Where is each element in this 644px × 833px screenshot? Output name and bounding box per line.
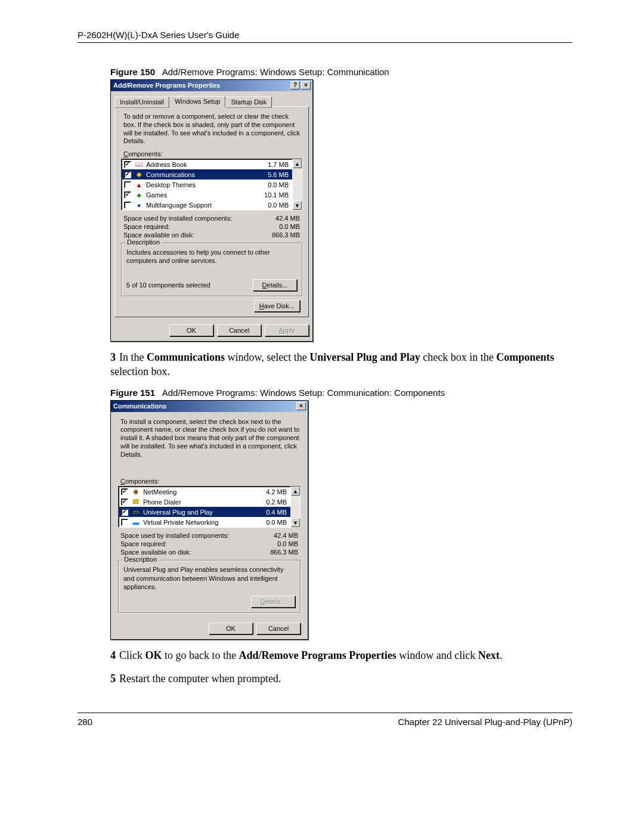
component-icon: ▲ xyxy=(134,181,144,189)
tab-install-uninstall[interactable]: Install/Uninstall xyxy=(114,97,169,108)
list-item[interactable]: ▲Desktop Themes0.0 MB xyxy=(122,179,292,190)
checkbox[interactable] xyxy=(124,161,131,168)
list-item[interactable]: ●Multilanguage Support0.0 MB xyxy=(122,200,292,210)
cancel-button[interactable]: Cancel xyxy=(256,623,301,634)
components-listbox[interactable]: ◉NetMeeting4.2 MB☎Phone Dialer0.2 MB▭Uni… xyxy=(118,486,291,528)
component-icon: ◉ xyxy=(131,488,141,496)
checkbox[interactable] xyxy=(124,171,131,178)
close-button[interactable]: × xyxy=(296,402,306,410)
list-item[interactable]: ▭Universal Plug and Play0.4 MB xyxy=(119,507,290,517)
dialog2-button-row: OK Cancel xyxy=(111,619,308,639)
component-icon: ◆ xyxy=(134,171,144,179)
ok-button[interactable]: OK xyxy=(209,623,253,634)
stat-used-label: Space used by installed components: xyxy=(120,532,229,539)
component-name: NetMeeting xyxy=(143,488,254,496)
figure-151-label: Figure 151 xyxy=(110,388,155,398)
component-size: 10.1 MB xyxy=(256,191,289,199)
tab-windows-setup[interactable]: Windows Setup xyxy=(169,96,225,107)
page-footer: 280 Chapter 22 Universal Plug-and-Play (… xyxy=(78,713,572,727)
description-groupbox: Description Universal Plug and Play enab… xyxy=(118,560,301,613)
description-text: Universal Plug and Play enables seamless… xyxy=(123,565,295,591)
scroll-up-icon[interactable]: ▲ xyxy=(291,487,300,496)
stat-used-value: 42.4 MB xyxy=(274,532,298,539)
stat-available-label: Space available on disk: xyxy=(120,549,191,556)
step-4: 4Click OK to go back to the Add/Remove P… xyxy=(110,648,572,662)
figure-150-caption: Figure 150 Add/Remove Programs: Windows … xyxy=(110,67,572,77)
component-size: 5.6 MB xyxy=(256,171,289,178)
scroll-track[interactable] xyxy=(291,496,300,518)
checkbox[interactable] xyxy=(121,509,128,516)
component-size: 0.0 MB xyxy=(256,181,289,188)
apply-button: Apply xyxy=(265,324,309,336)
help-button[interactable]: ? xyxy=(290,81,300,89)
component-size: 0.0 MB xyxy=(254,519,287,526)
stat-available-value: 866.3 MB xyxy=(272,231,300,239)
checkbox[interactable] xyxy=(124,202,131,209)
add-remove-programs-dialog: Add/Remove Programs Properties ? × Insta… xyxy=(110,79,313,342)
checkbox[interactable] xyxy=(121,488,128,496)
list-item[interactable]: ▬Virtual Private Networking0.0 MB xyxy=(119,517,290,527)
components-label: Components: xyxy=(123,150,302,157)
stat-used-label: Space used by installed components: xyxy=(123,215,232,222)
description-text: Includes accessories to help you connect… xyxy=(126,248,297,274)
component-name: Virtual Private Networking xyxy=(143,519,254,526)
listbox-scrollbar[interactable]: ▲ ▼ xyxy=(293,159,302,210)
component-icon: 📖 xyxy=(134,160,144,169)
dialog1-title: Add/Remove Programs Properties xyxy=(113,82,289,89)
components-listbox-wrap: 📖Address Book1.7 MB◆Communications5.6 MB… xyxy=(121,159,302,210)
components-listbox-wrap: ◉NetMeeting4.2 MB☎Phone Dialer0.2 MB▭Uni… xyxy=(118,486,301,528)
tab-startup-disk[interactable]: Startup Disk xyxy=(225,97,272,108)
scroll-down-icon[interactable]: ▼ xyxy=(293,201,302,210)
components-listbox[interactable]: 📖Address Book1.7 MB◆Communications5.6 MB… xyxy=(121,159,293,210)
component-size: 0.0 MB xyxy=(256,202,289,209)
step-3: 3In the Communications window, select th… xyxy=(110,350,572,379)
header-text: P-2602H(W)(L)-DxA Series User's Guide xyxy=(78,30,239,40)
page-header: P-2602H(W)(L)-DxA Series User's Guide xyxy=(78,30,572,43)
dialog1-tabs: Install/Uninstall Windows Setup Startup … xyxy=(111,91,312,106)
description-legend: Description xyxy=(122,556,159,563)
stat-available-value: 866.3 MB xyxy=(270,549,298,556)
dialog1-titlebar[interactable]: Add/Remove Programs Properties ? × xyxy=(111,80,312,91)
component-name: Desktop Themes xyxy=(146,181,256,188)
description-legend: Description xyxy=(125,239,162,246)
space-stats: Space used by installed components:42.4 … xyxy=(118,528,301,558)
figure-151-text: Add/Remove Programs: Windows Setup: Comm… xyxy=(162,388,445,398)
checkbox[interactable] xyxy=(121,519,128,526)
cancel-button[interactable]: Cancel xyxy=(217,324,261,336)
list-item[interactable]: ♣Games10.1 MB xyxy=(122,190,292,200)
page-number: 280 xyxy=(78,717,92,727)
list-item[interactable]: ◉NetMeeting4.2 MB xyxy=(119,487,290,497)
close-button[interactable]: × xyxy=(301,81,311,89)
checkbox[interactable] xyxy=(124,191,131,199)
dialog1-button-row: OK Cancel Apply xyxy=(111,321,312,341)
component-size: 0.4 MB xyxy=(254,509,287,516)
stat-required-value: 0.0 MB xyxy=(279,223,300,230)
components-label: Components: xyxy=(120,478,301,485)
list-item[interactable]: ☎Phone Dialer0.2 MB xyxy=(119,497,290,507)
have-disk-button[interactable]: Have Disk... xyxy=(254,300,300,312)
dialog1-instructions: To add or remove a component, select or … xyxy=(121,113,302,145)
list-item[interactable]: 📖Address Book1.7 MB xyxy=(122,159,292,169)
scroll-up-icon[interactable]: ▲ xyxy=(293,159,302,168)
listbox-scrollbar[interactable]: ▲ ▼ xyxy=(291,486,301,528)
component-icon: ▭ xyxy=(131,508,141,516)
component-name: Multilanguage Support xyxy=(146,202,256,209)
scroll-track[interactable] xyxy=(293,168,302,201)
list-item[interactable]: ◆Communications5.6 MB xyxy=(122,169,292,179)
dialog2-instructions: To install a component, select the check… xyxy=(118,418,301,459)
stat-required-label: Space required: xyxy=(123,223,170,230)
component-icon: ▬ xyxy=(131,518,141,527)
component-name: Games xyxy=(146,191,256,199)
component-name: Universal Plug and Play xyxy=(143,509,254,516)
details-button[interactable]: Details... xyxy=(253,279,297,291)
step-5: 5Restart the computer when prompted. xyxy=(110,671,572,686)
space-stats: Space used by installed components:42.4 … xyxy=(121,210,302,240)
selected-count: 5 of 10 components selected xyxy=(126,281,210,289)
details-button: Details... xyxy=(251,596,295,608)
stat-available-label: Space available on disk: xyxy=(123,231,194,239)
checkbox[interactable] xyxy=(124,181,131,188)
checkbox[interactable] xyxy=(121,498,128,506)
dialog2-titlebar[interactable]: Communications × xyxy=(111,401,308,412)
ok-button[interactable]: OK xyxy=(169,324,213,336)
scroll-down-icon[interactable]: ▼ xyxy=(291,518,300,527)
